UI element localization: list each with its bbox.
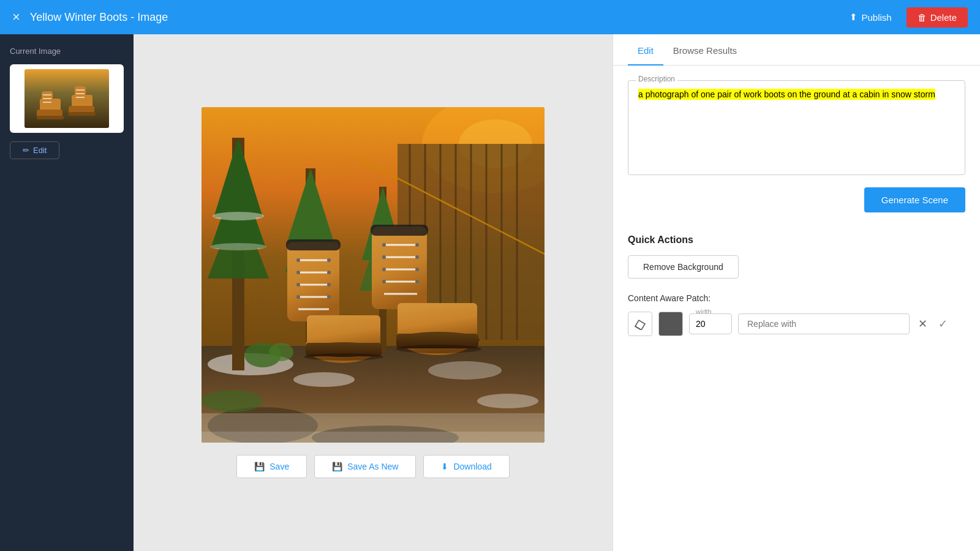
publish-button[interactable]: ⬆ Publish bbox=[842, 8, 899, 26]
thumbnail-image bbox=[24, 69, 109, 128]
tabs-bar: Edit Browse Results bbox=[613, 34, 980, 66]
sidebar-section-label: Current Image bbox=[10, 47, 124, 56]
svg-point-66 bbox=[304, 353, 383, 361]
replace-with-input[interactable] bbox=[738, 313, 910, 334]
svg-point-80 bbox=[382, 255, 386, 259]
svg-rect-48 bbox=[286, 239, 341, 250]
content-aware-patch-label: Content Aware Patch: bbox=[628, 293, 965, 303]
patch-confirm-button[interactable]: ✓ bbox=[936, 315, 950, 333]
svg-point-62 bbox=[296, 283, 300, 287]
svg-point-82 bbox=[382, 268, 386, 271]
edit-sidebar-button[interactable]: ✏ Edit bbox=[10, 141, 59, 159]
download-icon: ⬇ bbox=[441, 462, 448, 471]
svg-rect-4 bbox=[37, 116, 64, 119]
description-field-group: Description a photograph of one pair of … bbox=[628, 80, 965, 175]
svg-point-63 bbox=[327, 283, 331, 287]
scene-image bbox=[202, 107, 545, 443]
check-icon: ✓ bbox=[938, 318, 948, 330]
header: × Yellow Winter Boots - Image ⬆ Publish … bbox=[0, 0, 980, 34]
sidebar: Current Image bbox=[0, 34, 134, 551]
main-layout: Current Image bbox=[0, 34, 980, 551]
svg-rect-91 bbox=[202, 432, 545, 443]
canvas-buttons: 💾 Save 💾 Save As New ⬇ Download bbox=[236, 455, 509, 478]
svg-point-65 bbox=[327, 295, 331, 299]
svg-rect-68 bbox=[371, 225, 428, 236]
svg-marker-92 bbox=[635, 320, 645, 330]
svg-point-45 bbox=[213, 212, 264, 220]
panel-content: Description a photograph of one pair of … bbox=[613, 66, 980, 551]
tab-browse-results[interactable]: Browse Results bbox=[663, 34, 747, 66]
svg-point-34 bbox=[269, 343, 293, 361]
svg-point-79 bbox=[415, 243, 419, 247]
svg-point-85 bbox=[415, 280, 419, 283]
patch-width-input[interactable] bbox=[689, 313, 732, 334]
eraser-icon-button[interactable] bbox=[628, 312, 652, 336]
width-wrapper: width bbox=[689, 313, 732, 334]
publish-icon: ⬆ bbox=[850, 12, 858, 23]
svg-point-78 bbox=[382, 243, 386, 247]
quick-actions-title: Quick Actions bbox=[628, 234, 965, 246]
header-actions: ⬆ Publish 🗑 Delete bbox=[842, 7, 968, 28]
page-title: Yellow Winter Boots - Image bbox=[30, 11, 843, 24]
svg-point-64 bbox=[296, 295, 300, 299]
svg-point-60 bbox=[296, 271, 300, 274]
description-label: Description bbox=[636, 75, 677, 83]
main-image-canvas bbox=[202, 107, 545, 443]
tab-edit[interactable]: Edit bbox=[628, 34, 663, 66]
close-icon: ✕ bbox=[918, 318, 927, 330]
svg-point-89 bbox=[202, 390, 263, 412]
svg-point-81 bbox=[415, 255, 419, 259]
patch-controls: width ✕ ✓ bbox=[628, 312, 965, 336]
remove-background-button[interactable]: Remove Background bbox=[628, 255, 739, 279]
svg-rect-10 bbox=[75, 86, 86, 105]
svg-point-46 bbox=[210, 243, 266, 250]
svg-point-31 bbox=[428, 361, 502, 380]
delete-button[interactable]: 🗑 Delete bbox=[907, 7, 968, 28]
save-icon: 💾 bbox=[254, 462, 265, 471]
svg-point-83 bbox=[415, 268, 419, 271]
close-icon[interactable]: × bbox=[12, 9, 20, 25]
svg-point-32 bbox=[477, 394, 538, 408]
svg-point-58 bbox=[296, 258, 300, 262]
svg-point-59 bbox=[327, 258, 331, 262]
description-textarea[interactable] bbox=[638, 106, 955, 167]
save-new-icon: 💾 bbox=[332, 462, 342, 471]
right-panel: Edit Browse Results Description a photog… bbox=[612, 34, 980, 551]
svg-point-61 bbox=[327, 271, 331, 274]
svg-point-86 bbox=[396, 345, 481, 353]
color-picker-button[interactable] bbox=[658, 312, 683, 336]
patch-close-button[interactable]: ✕ bbox=[916, 315, 930, 333]
download-button[interactable]: ⬇ Download bbox=[423, 455, 509, 478]
save-as-new-button[interactable]: 💾 Save As New bbox=[314, 455, 416, 478]
trash-icon: 🗑 bbox=[918, 12, 927, 23]
svg-point-30 bbox=[293, 372, 355, 387]
canvas-area: 💾 Save 💾 Save As New ⬇ Download bbox=[134, 34, 612, 551]
eraser-icon bbox=[634, 318, 646, 330]
description-highlighted-text: a photograph of one pair of work boots o… bbox=[638, 89, 935, 100]
svg-rect-3 bbox=[42, 91, 53, 108]
thumbnail-card bbox=[10, 64, 124, 133]
generate-scene-button[interactable]: Generate Scene bbox=[864, 187, 965, 212]
svg-rect-11 bbox=[69, 112, 96, 116]
description-text: a photograph of one pair of work boots o… bbox=[638, 88, 955, 101]
svg-line-93 bbox=[635, 326, 641, 330]
svg-point-84 bbox=[382, 280, 386, 283]
save-button[interactable]: 💾 Save bbox=[236, 455, 307, 478]
svg-rect-67 bbox=[372, 227, 427, 309]
pencil-icon: ✏ bbox=[23, 146, 29, 155]
svg-rect-0 bbox=[24, 69, 109, 128]
